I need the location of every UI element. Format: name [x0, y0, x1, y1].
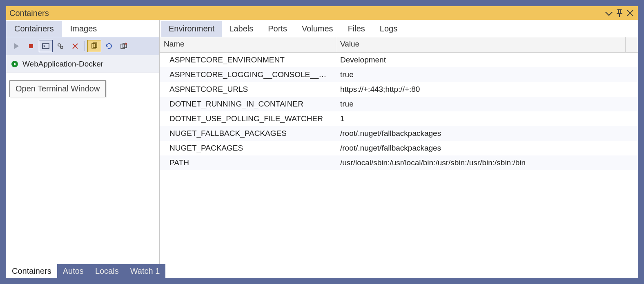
env-name: NUGET_FALLBACK_PACKAGES	[160, 129, 336, 138]
env-row[interactable]: DOTNET_RUNNING_IN_CONTAINERtrue	[160, 97, 638, 111]
env-grid-header: Name Value	[160, 37, 638, 53]
env-row[interactable]: ASPNETCORE_LOGGING__CONSOLE__DISA…true	[160, 67, 638, 82]
bottom-tab-locals[interactable]: Locals	[89, 264, 125, 278]
toolbar-separator	[85, 41, 85, 51]
left-tabstrip: Containers Images	[6, 20, 159, 37]
env-value: /root/.nuget/fallbackpackages	[336, 144, 638, 153]
tab-containers[interactable]: Containers	[6, 21, 62, 37]
bottom-tab-watch1[interactable]: Watch 1	[125, 264, 166, 278]
remove-button[interactable]	[68, 40, 82, 52]
env-grid-body: ASPNETCORE_ENVIRONMENTDevelopmentASPNETC…	[160, 53, 638, 278]
copy-button[interactable]	[87, 40, 101, 52]
tab-labels[interactable]: Labels	[222, 21, 261, 37]
env-row[interactable]: NUGET_FALLBACK_PACKAGES/root/.nuget/fall…	[160, 126, 638, 141]
svg-rect-1	[42, 44, 49, 49]
tab-images[interactable]: Images	[62, 21, 105, 37]
close-icon[interactable]	[626, 9, 635, 18]
env-name: NUGET_PACKAGES	[160, 144, 336, 153]
right-pane: Environment Labels Ports Volumes Files L…	[160, 20, 638, 278]
env-value: /root/.nuget/fallbackpackages	[336, 129, 638, 138]
svg-rect-0	[29, 44, 33, 48]
env-value: true	[336, 100, 638, 109]
container-name: WebApplication-Docker	[22, 60, 103, 69]
window-title: Containers	[9, 9, 603, 18]
stop-button[interactable]	[24, 40, 38, 52]
containers-tool-window: Containers Containers Images	[6, 6, 638, 278]
env-value: 1	[336, 114, 638, 123]
tab-files[interactable]: Files	[341, 21, 372, 37]
env-name: ASPNETCORE_ENVIRONMENT	[160, 55, 336, 64]
env-row[interactable]: ASPNETCORE_ENVIRONMENTDevelopment	[160, 53, 638, 67]
env-row[interactable]: DOTNET_USE_POLLING_FILE_WATCHER1	[160, 111, 638, 126]
running-status-icon	[11, 60, 18, 68]
titlebar: Containers	[6, 6, 638, 20]
start-button[interactable]	[9, 40, 23, 52]
container-item[interactable]: WebApplication-Docker	[6, 55, 159, 73]
bottom-tab-autos[interactable]: Autos	[57, 264, 89, 278]
tab-logs[interactable]: Logs	[372, 21, 405, 37]
env-name: PATH	[160, 158, 336, 167]
column-name[interactable]: Name	[160, 37, 336, 52]
env-value: true	[336, 70, 638, 79]
bottom-tab-containers[interactable]: Containers	[6, 264, 57, 278]
pin-icon[interactable]	[615, 9, 624, 18]
tab-volumes[interactable]: Volumes	[294, 21, 341, 37]
bottom-tabstrip: Containers Autos Locals Watch 1	[6, 264, 638, 278]
window-options-icon[interactable]	[604, 9, 613, 18]
tooltip: Open Terminal Window	[9, 80, 106, 97]
refresh-button[interactable]	[102, 40, 116, 52]
tab-environment[interactable]: Environment	[161, 21, 222, 37]
tab-ports[interactable]: Ports	[261, 21, 294, 37]
env-value: /usr/local/sbin:/usr/local/bin:/usr/sbin…	[336, 158, 638, 167]
left-pane: Containers Images	[6, 20, 160, 278]
env-row[interactable]: NUGET_PACKAGES/root/.nuget/fallbackpacka…	[160, 141, 638, 155]
body: Containers Images	[6, 20, 638, 278]
detail-tabstrip: Environment Labels Ports Volumes Files L…	[160, 20, 638, 37]
container-toolbar	[6, 37, 159, 55]
attach-debugger-button[interactable]	[53, 40, 67, 52]
env-value: Development	[336, 55, 638, 64]
env-name: DOTNET_USE_POLLING_FILE_WATCHER	[160, 114, 336, 123]
open-terminal-button[interactable]	[39, 40, 53, 52]
env-name: DOTNET_RUNNING_IN_CONTAINER	[160, 100, 336, 109]
column-value[interactable]: Value	[336, 37, 626, 52]
prune-button[interactable]	[117, 40, 131, 52]
env-name: ASPNETCORE_LOGGING__CONSOLE__DISA…	[160, 70, 336, 79]
env-value: https://+:443;http://+:80	[336, 85, 638, 94]
env-row[interactable]: ASPNETCORE_URLShttps://+:443;http://+:80	[160, 82, 638, 97]
env-name: ASPNETCORE_URLS	[160, 85, 336, 94]
column-extra	[626, 37, 638, 52]
env-row[interactable]: PATH/usr/local/sbin:/usr/local/bin:/usr/…	[160, 155, 638, 170]
